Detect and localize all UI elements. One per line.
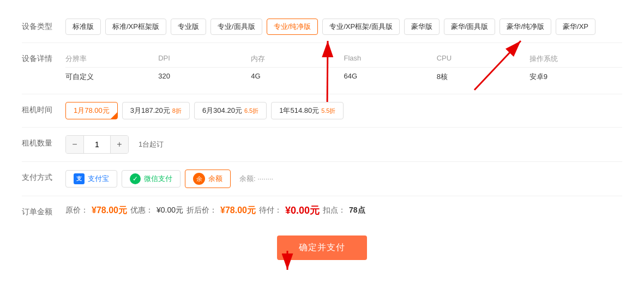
order-amount-label: 订单金额 — [22, 204, 65, 217]
quantity-input[interactable] — [83, 136, 111, 153]
pending-label: 待付： — [259, 206, 282, 215]
rental-time-label-6month: 6月304.20元 — [202, 106, 242, 114]
rental-time-label-3month: 3月187.20元 — [130, 106, 170, 114]
balance-icon: 余 — [193, 173, 205, 185]
pending-price-value: ¥0.00元 — [285, 204, 320, 217]
discount-badge-6month: 6.5折 — [244, 107, 258, 114]
device-tab-professional[interactable]: 专业版 — [171, 19, 206, 35]
detail-header-2: 内存 — [251, 54, 344, 64]
device-tab-luxury-mask[interactable]: 豪华/面具版 — [444, 19, 496, 35]
decrement-button[interactable]: − — [66, 136, 83, 153]
confirm-pay-button[interactable]: 确定并支付 — [277, 235, 367, 260]
detail-value-3: 64G — [344, 72, 437, 82]
rental-time-options: 1月78.00元3月187.20元8折6月304.20元6.5折1年514.80… — [65, 102, 622, 119]
device-tab-luxury[interactable]: 豪华版 — [404, 19, 440, 35]
device-tab-professional-xp-mask[interactable]: 专业/XP框架/面具版 — [322, 19, 400, 35]
min-order-text: 1台起订 — [139, 140, 164, 149]
balance-button[interactable]: 余 余额 — [185, 170, 231, 188]
wechat-button[interactable]: ✓ 微信支付 — [122, 170, 180, 188]
active-corner-tag — [111, 112, 117, 119]
detail-value-2: 4G — [251, 72, 344, 82]
balance-amount-text: 余额: ········ — [239, 174, 273, 184]
detail-header-row: 分辨率DPI内存FlashCPU操作系统 — [65, 51, 622, 67]
wechat-icon: ✓ — [130, 173, 141, 184]
rental-time-label-1month: 1月78.00元 — [74, 106, 110, 114]
wechat-label: 微信支付 — [144, 174, 172, 184]
points-label: 扣点： — [323, 206, 346, 215]
detail-value-1: 320 — [158, 72, 251, 82]
payment-method-label: 支付方式 — [22, 170, 65, 183]
device-tab-luxury-xp[interactable]: 豪华/XP — [556, 19, 595, 35]
quantity-stepper: − + — [65, 135, 129, 154]
discount-badge-3month: 8折 — [172, 107, 182, 114]
points-value: 78点 — [349, 206, 365, 215]
rental-quantity-label: 租机数量 — [22, 135, 65, 148]
device-tab-standard[interactable]: 标准版 — [65, 19, 101, 35]
detail-header-3: Flash — [344, 54, 437, 64]
detail-value-5: 安卓9 — [529, 72, 622, 82]
payment-method-row: 支付方式 支 支付宝 ✓ 微信支付 余 余额 余额: ········ — [22, 162, 622, 196]
detail-value-4: 8核 — [437, 72, 529, 82]
payment-method-content: 支 支付宝 ✓ 微信支付 余 余额 余额: ········ — [65, 170, 622, 188]
order-summary: 原价： ¥78.00元 优惠： ¥0.00元 折后价： ¥78.00元 待付： … — [65, 204, 622, 217]
discount-price-value: ¥0.00元 — [157, 206, 183, 215]
device-type-label: 设备类型 — [22, 19, 65, 32]
detail-header-5: 操作系统 — [529, 54, 622, 64]
discount-badge-1year: 5.5折 — [321, 107, 335, 114]
device-detail-label: 设备详情 — [22, 51, 65, 64]
rental-time-1year[interactable]: 1年514.80元5.5折 — [271, 102, 344, 119]
rental-time-1month[interactable]: 1月78.00元 — [65, 102, 118, 119]
rental-quantity-content: − + 1台起订 — [65, 135, 622, 154]
device-tab-standard-xp[interactable]: 标准/XP框架版 — [105, 19, 166, 35]
discounted-price-value: ¥78.00元 — [220, 205, 256, 216]
alipay-button[interactable]: 支 支付宝 — [65, 170, 117, 188]
rental-time-label: 租机时间 — [22, 102, 65, 115]
detail-data-row: 可自定义3204G64G8核安卓9 — [65, 67, 622, 86]
device-tab-luxury-pure[interactable]: 豪华/纯净版 — [499, 19, 551, 35]
device-detail-content: 分辨率DPI内存FlashCPU操作系统 可自定义3204G64G8核安卓9 — [65, 51, 622, 86]
original-price-value: ¥78.00元 — [92, 205, 127, 216]
order-amount-row: 订单金额 原价： ¥78.00元 优惠： ¥0.00元 折后价： ¥78.00元… — [22, 196, 622, 225]
discounted-label: 折后价： — [186, 206, 217, 215]
confirm-button-row: 确定并支付 — [22, 225, 622, 265]
device-tab-professional-mask[interactable]: 专业/面具版 — [210, 19, 262, 35]
detail-header-0: 分辨率 — [65, 54, 158, 64]
rental-quantity-row: 租机数量 − + 1台起订 — [22, 128, 622, 162]
detail-value-0: 可自定义 — [65, 72, 158, 82]
alipay-label: 支付宝 — [88, 174, 109, 184]
device-detail-row: 设备详情 分辨率DPI内存FlashCPU操作系统 可自定义3204G64G8核… — [22, 43, 622, 94]
rental-time-label-1year: 1年514.80元 — [279, 106, 319, 114]
rental-time-6month[interactable]: 6月304.20元6.5折 — [194, 102, 267, 119]
detail-table: 分辨率DPI内存FlashCPU操作系统 可自定义3204G64G8核安卓9 — [65, 51, 622, 86]
device-type-row: 设备类型 标准版标准/XP框架版专业版专业/面具版专业/纯净版专业/XP框架/面… — [22, 11, 622, 43]
alipay-icon: 支 — [74, 173, 85, 184]
discount-label: 优惠： — [130, 206, 153, 215]
increment-button[interactable]: + — [111, 136, 128, 153]
detail-header-1: DPI — [158, 54, 251, 64]
device-tabs-container: 标准版标准/XP框架版专业版专业/面具版专业/纯净版专业/XP框架/面具版豪华版… — [65, 19, 622, 35]
detail-header-4: CPU — [437, 54, 529, 64]
device-tab-professional-pure[interactable]: 专业/纯净版 — [267, 19, 318, 35]
rental-time-3month[interactable]: 3月187.20元8折 — [122, 102, 190, 119]
balance-label: 余额 — [208, 174, 222, 184]
original-price-label: 原价： — [65, 206, 88, 215]
rental-time-row: 租机时间 1月78.00元3月187.20元8折6月304.20元6.5折1年5… — [22, 94, 622, 128]
